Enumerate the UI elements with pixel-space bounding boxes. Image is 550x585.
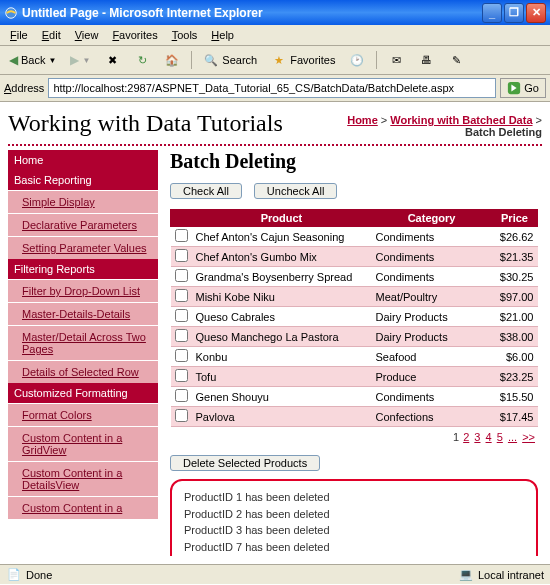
sidebar-head[interactable]: Basic Reporting: [8, 170, 158, 190]
search-button[interactable]: 🔍Search: [198, 49, 262, 71]
menu-help[interactable]: Help: [205, 27, 240, 43]
status-message: ProductID 8 has been deleted: [184, 555, 524, 556]
row-checkbox[interactable]: [175, 269, 188, 282]
row-checkbox[interactable]: [175, 229, 188, 242]
table-row: PavlovaConfections$17.45: [171, 407, 538, 427]
chevron-down-icon: ▼: [48, 56, 56, 65]
sidebar-item[interactable]: Format Colors: [8, 403, 158, 426]
close-button[interactable]: ✕: [526, 3, 546, 23]
window-title: Untitled Page - Microsoft Internet Explo…: [22, 6, 263, 20]
mail-button[interactable]: ✉: [383, 49, 409, 71]
cell-price: $21.00: [492, 307, 538, 327]
row-checkbox[interactable]: [175, 349, 188, 362]
table-row: Chef Anton's Cajun SeasoningCondiments$2…: [171, 227, 538, 247]
cell-product: Chef Anton's Gumbo Mix: [192, 247, 372, 267]
row-checkbox[interactable]: [175, 409, 188, 422]
cell-product: Grandma's Boysenberry Spread: [192, 267, 372, 287]
products-grid: ProductCategoryPrice Chef Anton's Cajun …: [170, 209, 538, 427]
uncheck-all-button[interactable]: Uncheck All: [254, 183, 337, 199]
cell-product: Queso Manchego La Pastora: [192, 327, 372, 347]
main-content: Batch Deleting Check All Uncheck All Pro…: [166, 150, 542, 556]
content-heading: Batch Deleting: [170, 150, 538, 173]
favorites-button[interactable]: ★Favorites: [266, 49, 340, 71]
pager-link[interactable]: 5: [496, 431, 504, 443]
edit-icon: ✎: [448, 52, 464, 68]
sidebar-item[interactable]: Declarative Parameters: [8, 213, 158, 236]
search-icon: 🔍: [203, 52, 219, 68]
home-button[interactable]: 🏠: [159, 49, 185, 71]
go-icon: [507, 81, 521, 95]
back-button[interactable]: ◀ Back ▼: [4, 50, 61, 70]
refresh-button[interactable]: ↻: [129, 49, 155, 71]
cell-category: Meat/Poultry: [372, 287, 492, 307]
menu-view[interactable]: View: [69, 27, 105, 43]
pager-current: 1: [453, 431, 459, 443]
pager: 1 2 3 4 5 ... >>: [170, 427, 538, 447]
stop-button[interactable]: ✖: [99, 49, 125, 71]
table-row: Grandma's Boysenberry SpreadCondiments$3…: [171, 267, 538, 287]
pager-ellipsis[interactable]: ...: [507, 431, 518, 443]
check-all-button[interactable]: Check All: [170, 183, 242, 199]
menu-file[interactable]: File: [4, 27, 34, 43]
pager-link[interactable]: 4: [485, 431, 493, 443]
forward-button[interactable]: ▶▼: [65, 50, 95, 70]
menu-tools[interactable]: Tools: [166, 27, 204, 43]
sidebar-item[interactable]: Setting Parameter Values: [8, 236, 158, 259]
table-row: Mishi Kobe NikuMeat/Poultry$97.00: [171, 287, 538, 307]
restore-button[interactable]: ❐: [504, 3, 524, 23]
sidebar-item[interactable]: Simple Display: [8, 190, 158, 213]
sidebar-item[interactable]: Master/Detail Across Two Pages: [8, 325, 158, 360]
menu-edit[interactable]: Edit: [36, 27, 67, 43]
row-checkbox[interactable]: [175, 369, 188, 382]
status-message: ProductID 3 has been deleted: [184, 522, 524, 539]
sidebar-item[interactable]: Custom Content in a DetailsView: [8, 461, 158, 496]
bc-mid[interactable]: Working with Batched Data: [390, 114, 532, 126]
cell-product: Chef Anton's Cajun Seasoning: [192, 227, 372, 247]
sidebar-item[interactable]: Custom Content in a GridView: [8, 426, 158, 461]
delete-selected-button[interactable]: Delete Selected Products: [170, 455, 320, 471]
menu-favorites[interactable]: Favorites: [106, 27, 163, 43]
home-icon: 🏠: [164, 52, 180, 68]
cell-price: $15.50: [492, 387, 538, 407]
cell-price: $38.00: [492, 327, 538, 347]
mail-icon: ✉: [388, 52, 404, 68]
toolbar: ◀ Back ▼ ▶▼ ✖ ↻ 🏠 🔍Search ★Favorites 🕑 ✉…: [0, 46, 550, 75]
address-input[interactable]: [48, 78, 496, 98]
history-icon: 🕑: [349, 52, 365, 68]
sidebar-item[interactable]: Details of Selected Row: [8, 360, 158, 383]
sidebar-head[interactable]: Customized Formatting: [8, 383, 158, 403]
row-checkbox[interactable]: [175, 289, 188, 302]
edit-button[interactable]: ✎: [443, 49, 469, 71]
cell-product: Genen Shouyu: [192, 387, 372, 407]
go-button[interactable]: Go: [500, 78, 546, 98]
sidebar: HomeBasic ReportingSimple DisplayDeclara…: [8, 150, 158, 556]
status-message: ProductID 7 has been deleted: [184, 539, 524, 556]
cell-category: Dairy Products: [372, 327, 492, 347]
menu-bar: File Edit View Favorites Tools Help: [0, 25, 550, 46]
cell-price: $30.25: [492, 267, 538, 287]
address-bar: Address Go: [0, 75, 550, 102]
row-checkbox[interactable]: [175, 329, 188, 342]
sidebar-item[interactable]: Master-Details-Details: [8, 302, 158, 325]
pager-link[interactable]: 2: [462, 431, 470, 443]
sidebar-head[interactable]: Home: [8, 150, 158, 170]
stop-icon: ✖: [104, 52, 120, 68]
cell-category: Dairy Products: [372, 307, 492, 327]
sidebar-head[interactable]: Filtering Reports: [8, 259, 158, 279]
sidebar-item[interactable]: Filter by Drop-Down List: [8, 279, 158, 302]
column-header: [171, 210, 192, 227]
row-checkbox[interactable]: [175, 389, 188, 402]
row-checkbox[interactable]: [175, 249, 188, 262]
print-button[interactable]: 🖶: [413, 49, 439, 71]
page-title: Working with Data Tutorials: [8, 110, 330, 137]
back-icon: ◀: [9, 53, 18, 67]
row-checkbox[interactable]: [175, 309, 188, 322]
history-button[interactable]: 🕑: [344, 49, 370, 71]
window-titlebar: Untitled Page - Microsoft Internet Explo…: [0, 0, 550, 25]
bc-home[interactable]: Home: [347, 114, 378, 126]
pager-link[interactable]: 3: [473, 431, 481, 443]
pager-next[interactable]: >>: [521, 431, 536, 443]
sidebar-item[interactable]: Custom Content in a: [8, 496, 158, 519]
minimize-button[interactable]: _: [482, 3, 502, 23]
bc-current: Batch Deleting: [465, 126, 542, 138]
